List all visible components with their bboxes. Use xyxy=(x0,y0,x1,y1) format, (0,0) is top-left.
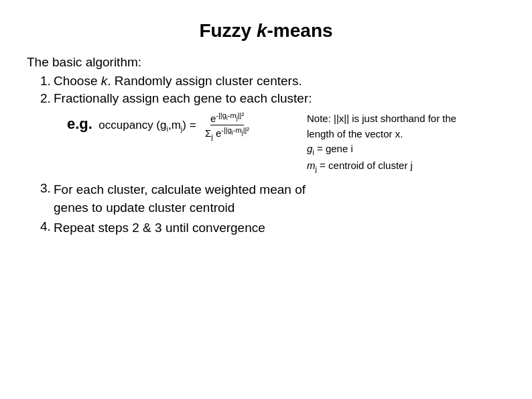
page-title: Fuzzy k-means xyxy=(27,20,505,42)
note-line1: Note: ||x|| is just shorthand for the xyxy=(307,113,456,124)
page: Fuzzy k-means The basic algorithm: 1. Ch… xyxy=(0,0,532,399)
step-3-content: For each cluster, calculate weighted mea… xyxy=(54,181,505,217)
step-4-content: Repeat steps 2 & 3 until convergence xyxy=(54,219,505,237)
step-2-content: Fractionally assign each gene to each cl… xyxy=(54,91,505,106)
formula-left: e.g. occupancy (gi,mj) = e-||gi-mj||² Σj… xyxy=(67,111,295,141)
formula-row: e.g. occupancy (gi,mj) = e-||gi-mj||² Σj… xyxy=(67,111,505,174)
step-4: 4. Repeat steps 2 & 3 until convergence xyxy=(27,219,505,237)
note-box: Note: ||x|| is just shorthand for the le… xyxy=(307,111,456,174)
note-line3: gi = gene i xyxy=(307,143,353,154)
title-suffix: -means xyxy=(267,20,333,41)
formula-text: occupancy (gi,mj) = xyxy=(96,119,202,131)
step-1: 1. Choose k. Randomly assign cluster cen… xyxy=(27,74,505,89)
title-prefix: Fuzzy xyxy=(199,20,257,41)
formula-numerator: e-||gi-mj||² xyxy=(210,111,244,125)
step-3: 3. For each cluster, calculate weighted … xyxy=(27,181,505,217)
note-line4: mj = centroid of cluster j xyxy=(307,160,413,171)
note-line2: length of the vector x. xyxy=(307,128,403,139)
step-4-num: 4. xyxy=(27,219,54,237)
step-3-num: 3. xyxy=(27,181,54,217)
title-italic: k xyxy=(257,20,267,41)
formula-fraction: e-||gi-mj||² Σj e-||gi-mj||² xyxy=(205,111,249,141)
formula-denominator: Σj e-||gi-mj||² xyxy=(205,125,249,141)
intro-text: The basic algorithm: xyxy=(27,55,505,70)
step-1-content: Choose k. Randomly assign cluster center… xyxy=(54,74,505,89)
step-2: 2. Fractionally assign each gene to each… xyxy=(27,91,505,106)
step-2-num: 2. xyxy=(27,91,54,106)
eg-label: e.g. xyxy=(67,115,92,132)
step-1-num: 1. xyxy=(27,74,54,89)
